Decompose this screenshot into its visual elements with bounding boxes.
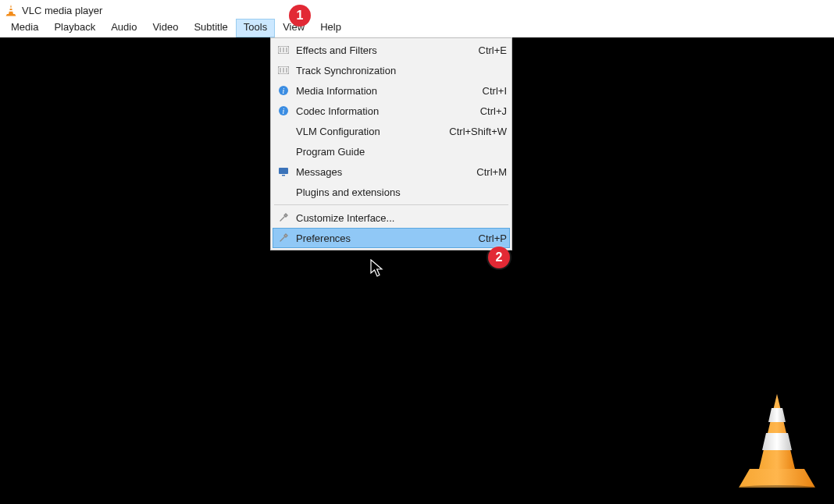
menuitem-label: Customize Interface... — [296, 212, 491, 224]
blank-icon — [276, 184, 291, 200]
menuitem-track-sync[interactable]: Track Synchronization — [273, 60, 510, 80]
menuitem-preferences[interactable]: Preferences Ctrl+P — [273, 228, 510, 248]
menuitem-label: Codec Information — [296, 105, 465, 117]
menuitem-label: Effects and Filters — [296, 44, 463, 56]
vlc-cone-logo — [734, 392, 820, 490]
svg-text:i: i — [283, 87, 285, 95]
wrench-icon — [276, 210, 291, 225]
menu-audio[interactable]: Audio — [103, 19, 144, 37]
menuitem-plugins[interactable]: Plugins and extensions — [273, 182, 510, 202]
menu-video[interactable]: Video — [144, 19, 186, 37]
menuitem-shortcut: Ctrl+M — [476, 166, 507, 178]
info-icon: i — [276, 103, 291, 119]
menuitem-effects-filters[interactable]: Effects and Filters Ctrl+E — [273, 40, 510, 60]
tools-dropdown: Effects and Filters Ctrl+E Track Synchro… — [270, 37, 512, 250]
svg-rect-0 — [9, 8, 12, 9]
window-title: VLC media player — [22, 5, 102, 16]
menuitem-media-info[interactable]: i Media Information Ctrl+I — [273, 80, 510, 101]
menuitem-label: Program Guide — [296, 146, 491, 158]
svg-rect-1 — [9, 10, 13, 12]
annotation-badge-2: 2 — [488, 247, 510, 268]
wrench-icon — [276, 230, 291, 246]
menuitem-label: Track Synchronization — [296, 65, 491, 76]
menuitem-label: Plugins and extensions — [296, 186, 491, 198]
screen-icon — [276, 164, 291, 179]
menuitem-label: Preferences — [296, 232, 463, 244]
svg-rect-15 — [279, 168, 288, 174]
mouse-cursor-icon — [370, 259, 384, 278]
annotation-badge-1: 1 — [289, 5, 311, 27]
blank-icon — [276, 123, 291, 139]
menuitem-shortcut: Ctrl+Shift+W — [449, 126, 507, 137]
menuitem-label: Media Information — [296, 85, 467, 97]
menu-media[interactable]: Media — [3, 19, 46, 37]
menu-separator — [274, 204, 508, 205]
info-icon: i — [276, 83, 291, 98]
blank-icon — [276, 144, 291, 159]
svg-rect-16 — [282, 175, 285, 176]
sliders-icon — [276, 62, 291, 78]
menuitem-label: Messages — [296, 166, 461, 178]
menuitem-shortcut: Ctrl+P — [479, 232, 507, 244]
menubar: Media Playback Audio Video Subtitle Tool… — [0, 19, 834, 37]
menuitem-messages[interactable]: Messages Ctrl+M — [273, 161, 510, 182]
menuitem-vlm-config[interactable]: VLM Configuration Ctrl+Shift+W — [273, 121, 510, 141]
menu-playback[interactable]: Playback — [46, 19, 103, 37]
sliders-icon — [276, 42, 291, 58]
menuitem-codec-info[interactable]: i Codec Information Ctrl+J — [273, 101, 510, 121]
menuitem-program-guide[interactable]: Program Guide — [273, 141, 510, 161]
menu-subtitle[interactable]: Subtitle — [186, 19, 235, 37]
menuitem-shortcut: Ctrl+E — [479, 44, 507, 56]
menuitem-shortcut: Ctrl+J — [480, 105, 507, 117]
svg-text:i: i — [283, 107, 285, 115]
svg-point-2 — [738, 485, 816, 490]
menuitem-customize-interface[interactable]: Customize Interface... — [273, 208, 510, 228]
titlebar: VLC media player — [0, 0, 834, 19]
menuitem-label: VLM Configuration — [296, 126, 433, 137]
menuitem-shortcut: Ctrl+I — [483, 85, 507, 97]
menu-tools[interactable]: Tools — [236, 19, 275, 37]
vlc-cone-icon — [5, 4, 17, 16]
menu-help[interactable]: Help — [312, 19, 349, 37]
